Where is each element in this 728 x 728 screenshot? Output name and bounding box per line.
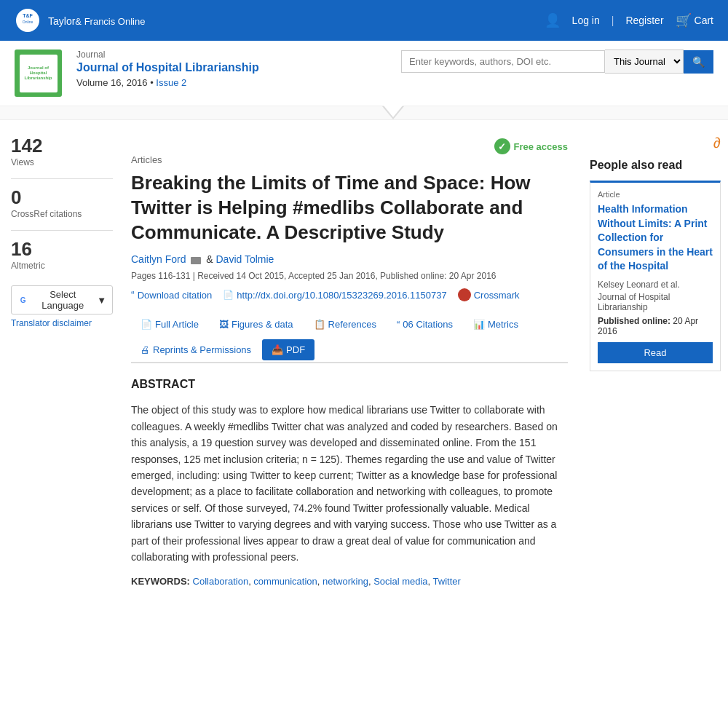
par-card-1: Article Health Information Without Limit… [590,181,721,371]
altmetric-count: 16 [11,238,113,261]
logo-subtext: & Francis Online [75,16,145,27]
share-icon[interactable]: ∂ [713,135,721,151]
crossref-count: 0 [11,186,113,209]
par-published-label: Published online: [598,316,670,326]
author1-link[interactable]: Caitlyn Ford [131,253,186,265]
free-access-row: ✓ Free access [131,135,568,154]
journal-bar: Journal of Hospital Librarianship Journa… [0,41,728,106]
tab-metrics-label: Metrics [488,319,518,330]
abstract-heading: ABSTRACT [131,378,568,391]
tf-logo-icon: T&F Online [15,7,41,33]
citation-icon: “ [131,289,135,301]
crossref-label: CrossRef citations [11,209,113,219]
tab-full-article[interactable]: 📄 Full Article [131,312,208,336]
free-access-badge: ✓ Free access [494,138,568,154]
left-sidebar: 142 Views 0 CrossRef citations 16 Altmet… [0,120,124,601]
par-article-type: Article [598,190,713,199]
author2-link[interactable]: David Tolmie [215,253,274,265]
keyword-collaboration[interactable]: Collaboration [193,576,249,587]
svg-text:T&F: T&F [23,13,33,18]
journal-info: Journal Journal of Hospital Librarianshi… [76,50,387,88]
doi-icon: 📄 [223,290,234,300]
doi-text: http://dx.doi.org/10.1080/15323269.2016.… [237,290,446,301]
login-link[interactable]: Log in [572,15,600,26]
logo-text: Taylor& Francis Online [48,13,145,28]
user-icon: 👤 [545,12,561,28]
doc-icon: 📄 [141,319,152,330]
triangle-pointer [382,106,404,119]
altmetric-stat: 16 Altmetric [11,238,113,271]
tab-citations[interactable]: “ 06 Citations [387,312,462,336]
translate-button[interactable]: G Select Language ▼ [11,285,113,314]
translator-disclaimer-link[interactable]: Translator disclaimer [11,318,113,328]
google-icon: G [17,293,28,306]
print-icon: 🖨 [141,344,150,355]
article-content: ✓ Free access Articles Breaking the Limi… [124,120,582,601]
header-nav: 👤 Log in | Register 🛒 Cart [545,12,713,28]
tab-references[interactable]: 📋 References [304,312,386,336]
crossmark-label: Crossmark [474,290,520,301]
par-article-title-link[interactable]: Health Information Without Limits: A Pri… [598,202,713,274]
keyword-social-media[interactable]: Social media [373,576,427,587]
pdf-icon: 📥 [272,344,283,355]
download-citation-label: Download citation [138,290,213,301]
article-authors: Caitlyn Ford & David Tolmie [131,253,568,265]
par-author: Kelsey Leonard et al. [598,280,713,290]
volume-text: Volume 16, 2016 [76,77,148,88]
par-read-button[interactable]: Read [598,342,713,363]
search-scope-select[interactable]: This Journal [605,50,684,74]
triangle-container [0,106,728,120]
select-language-label: Select Language [32,289,93,311]
views-count: 142 [11,135,113,157]
abstract-text: The object of this study was to explore … [131,402,568,565]
download-citation-link[interactable]: “ Download citation [131,289,212,301]
people-also-read: People also read Article Health Informat… [590,159,721,371]
translate-area: G Select Language ▼ Translator disclaime… [11,285,113,328]
tab-references-label: References [328,319,376,330]
issue-link[interactable]: Issue 2 [156,77,186,88]
keyword-twitter[interactable]: Twitter [433,576,461,587]
figure-icon: 🖼 [219,319,229,330]
doi-link[interactable]: 📄 http://dx.doi.org/10.1080/15323269.201… [223,290,446,301]
nav-divider: | [612,15,614,26]
keyword-communication[interactable]: communication [253,576,317,587]
journal-title-link[interactable]: Journal of Hospital Librarianship [76,61,259,74]
tab-full-article-label: Full Article [155,319,199,330]
stat-divider-1 [11,178,113,179]
tab-reprints-label: Reprints & Permissions [153,344,251,355]
top-header: T&F Online Taylor& Francis Online 👤 Log … [0,0,728,41]
logo-area: T&F Online Taylor& Francis Online [15,7,145,33]
email-icon [191,257,201,264]
search-form: This Journal 🔍 [401,50,713,74]
cart-button[interactable]: 🛒 Cart [676,12,713,28]
par-journal: Journal of Hospital Librarianship [598,292,713,312]
search-button[interactable]: 🔍 [684,50,713,74]
tab-pdf-label: PDF [286,344,305,355]
journal-volume: Volume 16, 2016 • Issue 2 [76,77,387,88]
cart-label: Cart [695,15,713,26]
article-links: “ Download citation 📄 http://dx.doi.org/… [131,288,568,301]
right-sidebar: ∂ People also read Article Health Inform… [582,120,728,601]
journal-logo: Journal of Hospital Librarianship [15,50,62,97]
tab-figures-data[interactable]: 🖼 Figures & data [210,312,303,336]
crossmark-icon [458,288,471,301]
tab-pdf[interactable]: 📥 PDF [262,339,314,360]
pages-text: Pages 116-131 [131,271,190,281]
journal-logo-inner: Journal of Hospital Librarianship [20,55,58,92]
ref-icon: 📋 [314,319,325,330]
keyword-networking[interactable]: networking [323,576,368,587]
tab-reprints[interactable]: 🖨 Reprints & Permissions [131,338,261,362]
cart-icon: 🛒 [676,12,692,28]
keywords-line: KEYWORDS: Collaboration, communication, … [131,576,568,587]
search-wrapper: This Journal 🔍 [401,50,713,74]
svg-text:Online: Online [23,20,33,24]
free-access-icon: ✓ [494,138,510,154]
tab-figures-label: Figures & data [232,319,293,330]
par-published: Published online: 20 Apr 2016 [598,316,713,336]
register-link[interactable]: Register [625,15,663,26]
search-input[interactable] [401,50,605,73]
tab-metrics[interactable]: 📊 Metrics [464,312,528,336]
metrics-icon: 📊 [473,319,485,330]
journal-label: Journal [76,50,387,60]
crossmark-link[interactable]: Crossmark [458,288,520,301]
